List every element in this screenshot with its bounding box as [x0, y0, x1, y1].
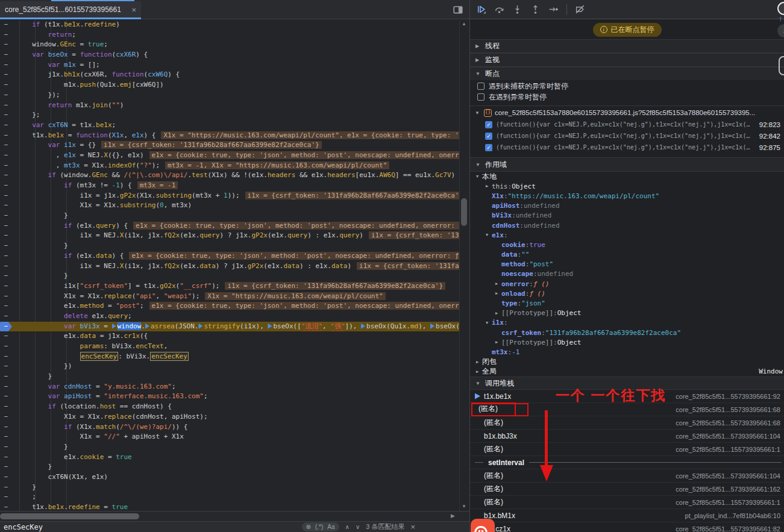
code-line[interactable]: − i1x = NEJ.X(i1x, j1x.fQ2x(e1x.query) ?… — [0, 231, 459, 241]
gutter-marker[interactable]: − — [0, 361, 12, 372]
code-line[interactable]: − var m1x = []; — [0, 60, 459, 70]
pause-uncaught-checkbox[interactable] — [477, 83, 485, 90]
code-line-content[interactable]: i1x = NEJ.X(i1x, j1x.fQ2x(e1x.data) ? j1… — [12, 261, 459, 272]
collapsed-icon[interactable]: ▶ — [495, 291, 501, 296]
code-line[interactable]: − if (e1x.query) {e1x = {cookie: true, t… — [0, 221, 459, 231]
code-line[interactable]: − } — [0, 483, 459, 493]
code-line-content[interactable]: return m1x.join("") — [12, 101, 459, 111]
expanded-icon[interactable]: ▼ — [475, 71, 481, 77]
gutter-marker[interactable]: − — [0, 352, 12, 362]
gutter-marker[interactable]: − — [0, 472, 12, 483]
code-line-content[interactable]: m1x.push(Qu1x.emj[cxW6Q]) — [12, 80, 459, 90]
code-line-content[interactable]: var apiHost = "interface.music.163.com"; — [12, 392, 459, 402]
collapsed-icon[interactable]: ▶ — [476, 360, 482, 365]
code-line[interactable]: − }); — [0, 90, 459, 101]
code-line-content[interactable]: e1x.data = j1x.cr1x({ — [12, 331, 459, 342]
gutter-marker[interactable]: − — [0, 101, 12, 111]
screen-recorder-stop-button[interactable] — [471, 519, 495, 532]
code-line[interactable]: − var cxT6N = t1x.be1x; — [0, 120, 459, 131]
continue-to-here-icon[interactable] — [112, 324, 116, 329]
code-line-content[interactable]: if (X1x.match(/^\/(we)?api/)) { — [12, 422, 459, 433]
scope-row[interactable]: ▶全局Window — [470, 367, 784, 377]
code-line-content[interactable]: } — [12, 241, 459, 251]
match-case-toggle-icon[interactable]: Aa — [327, 522, 334, 531]
section-breakpoints[interactable]: ▼ 断点 — [470, 67, 784, 80]
code-line[interactable]: − } — [0, 462, 459, 472]
collapsed-icon[interactable]: ▶ — [486, 184, 492, 189]
breakpoint-entry[interactable]: ✓(function(){var c1x=NEJ.P,eu1x=c1x("nej… — [470, 119, 784, 130]
gutter-marker[interactable]: − — [0, 372, 12, 382]
code-line-content[interactable]: , mt3x = X1x.indexOf("?");mt3x = -1, X1x… — [12, 161, 459, 171]
gutter-marker[interactable]: − — [0, 483, 12, 493]
execution-line[interactable]: − var bVi3x = window.asrsea(JSON.stringi… — [0, 322, 459, 332]
code-line[interactable]: − return m1x.join("") — [0, 101, 459, 111]
code-line[interactable]: − ; — [0, 492, 459, 502]
scope-row[interactable]: cdnHost: undefined — [470, 221, 784, 230]
code-line-content[interactable]: } — [12, 211, 459, 221]
gutter-marker[interactable]: − — [0, 442, 12, 452]
frame-file-location[interactable]: core_52f85c5f51...155739395661:1 — [676, 446, 780, 453]
breakpoint-file-group[interactable]: ▼ {} core_52f85c5f5153a7880e601557393956… — [470, 107, 784, 119]
continue-to-here-icon[interactable] — [268, 324, 272, 329]
code-line-content[interactable]: } — [12, 372, 459, 382]
gutter-marker[interactable]: − — [0, 382, 12, 392]
gutter-marker[interactable]: − — [0, 171, 12, 181]
code-line[interactable]: − i1x = j1x.gP2x(X1x.substring(mt3x + 1)… — [0, 191, 459, 201]
gutter-marker[interactable]: − — [0, 221, 12, 231]
expanded-icon[interactable]: ▼ — [475, 381, 481, 386]
continue-to-here-icon[interactable] — [145, 324, 149, 329]
gutter-marker[interactable]: − — [0, 452, 12, 463]
code-line-content[interactable]: encSecKey: bVi3x.encSecKey — [12, 352, 459, 362]
code-editor[interactable]: − if (t1x.be1x.redefine)− return;− windo… — [0, 20, 459, 511]
code-line[interactable]: − , e1x = NEJ.X({}, e1x)e1x = {cookie: t… — [0, 151, 459, 161]
gutter-marker[interactable]: − — [0, 502, 12, 511]
breakpoint-entry[interactable]: ✓(function(){var c1x=NEJ.P,eu1x=c1x("nej… — [470, 130, 784, 142]
code-line-content[interactable]: t1x.be1x.redefine = true — [12, 502, 459, 511]
frame-file-location[interactable]: pt_playlist_ind...7ef81b04ab6:10 — [685, 512, 780, 519]
step-button[interactable] — [548, 4, 559, 14]
frame-file-location[interactable]: core_52f85c5f51...55739395661:68 — [676, 419, 780, 427]
code-line[interactable]: − X1x = X1x.replace("api", "weapi");X1x … — [0, 292, 459, 302]
code-line-content[interactable]: i1x["csrf_token"] = t1x.gO2x("__csrf");i… — [12, 281, 459, 292]
scroll-down-icon[interactable]: ▼ — [460, 502, 468, 511]
code-line[interactable]: − X1x = "//" + apiHost + X1x — [0, 432, 459, 442]
code-line[interactable]: − e1x.method = "post";e1x = {cookie: tru… — [0, 301, 459, 311]
code-line[interactable]: − if (window.GEnc && /(^|\.com)\/api/.te… — [0, 171, 459, 181]
call-stack-frame[interactable]: 4G.cz1xcore_52f85c5f51...55739395661:82 — [470, 522, 784, 532]
scope-row[interactable]: mt3x: -1 — [470, 347, 784, 357]
code-line[interactable]: − } — [0, 372, 459, 382]
horizontal-scrollbar[interactable]: ▶ — [0, 511, 469, 521]
gutter-marker[interactable]: − — [0, 131, 12, 141]
section-watch[interactable]: ▶ 监视 — [470, 53, 784, 67]
breakpoint-checkbox[interactable]: ✓ — [485, 133, 492, 140]
breakpoint-entry[interactable]: ✓(function(){var c1x=NEJ.P,eu1x=c1x("nej… — [470, 142, 784, 153]
tab-close-icon[interactable]: × — [131, 5, 136, 14]
call-stack-frame[interactable]: (匿名)core_52f85c5f51...155739395661:1 — [470, 496, 784, 509]
collapsed-icon[interactable]: ▶ — [475, 43, 481, 49]
code-line[interactable]: − t1x.be1x = function(X1x, e1x) {X1x = "… — [0, 131, 459, 141]
search-input[interactable]: encSecKey — [4, 523, 43, 531]
code-line-content[interactable]: } — [12, 462, 459, 472]
code-line-content[interactable]: var m1x = []; — [12, 60, 459, 70]
scope-row[interactable]: ▶onerror: ƒ () — [470, 279, 784, 289]
step-over-button[interactable] — [494, 4, 504, 14]
code-line-content[interactable]: }) — [12, 361, 459, 372]
scope-row[interactable]: ▶onload: ƒ () — [470, 289, 784, 298]
code-line-content[interactable]: var i1x = {}i1x = {csrf_token: '131fa96b… — [12, 140, 459, 151]
code-line-content[interactable]: delete e1x.query; — [12, 311, 459, 322]
section-scope[interactable]: ▼ 作用域 — [470, 157, 784, 172]
gutter-marker[interactable]: − — [0, 70, 12, 80]
code-line[interactable]: − X1x = X1x.substring(0, mt3x) — [0, 201, 459, 211]
frame-file-location[interactable]: core_52f85c5f51...5739395661:104 — [676, 472, 780, 480]
pause-uncaught-exceptions-row[interactable]: 遇到未捕获的异常时暂停 — [470, 81, 784, 92]
gutter-marker[interactable]: − — [0, 231, 12, 241]
code-line[interactable]: − if (t1x.be1x.redefine) — [0, 20, 459, 30]
frame-file-location[interactable]: core_52f85c5f51...155739395661:1 — [676, 499, 780, 506]
expanded-icon[interactable]: ▼ — [476, 174, 482, 179]
gutter-marker[interactable]: − — [0, 110, 12, 120]
gutter-marker[interactable]: − — [0, 422, 12, 433]
search-match-token[interactable]: encSecKey — [150, 352, 189, 361]
code-line-content[interactable]: } — [12, 483, 459, 493]
gutter-marker[interactable]: − — [0, 392, 12, 402]
code-line-content[interactable]: }); — [12, 90, 459, 101]
